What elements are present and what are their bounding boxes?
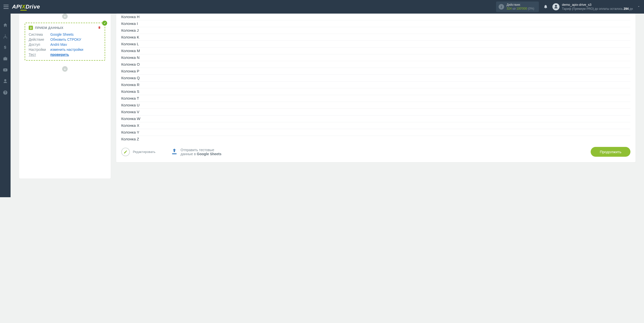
- access-label: Доступ: [29, 43, 50, 47]
- column-row[interactable]: Колонка P: [121, 68, 630, 75]
- delete-step-button[interactable]: [98, 26, 101, 30]
- column-row[interactable]: Колонка I: [121, 20, 630, 27]
- settings-label: Настройки: [29, 48, 50, 52]
- column-row[interactable]: Колонка Y: [121, 129, 630, 136]
- menu-toggle[interactable]: [4, 5, 9, 9]
- actions-of: из: [512, 7, 515, 10]
- logo-text-b: Drive: [25, 4, 40, 10]
- home-icon[interactable]: [3, 23, 8, 28]
- column-row[interactable]: Колонка H: [121, 14, 630, 20]
- step-card: ✓ 3 ПРИЕМ ДАННЫХ СистемаGoogle Sheets Де…: [25, 23, 105, 61]
- add-step-bottom-button[interactable]: +: [62, 66, 68, 72]
- briefcase-icon[interactable]: [3, 56, 8, 62]
- upload-icon: [171, 148, 178, 156]
- edit-label: Редактировать: [133, 150, 155, 154]
- left-panel: + ✓ 3 ПРИЕМ ДАННЫХ СистемаGoogle Sheets: [19, 14, 111, 179]
- send-test-target: Google Sheets: [197, 152, 221, 156]
- actions-counter[interactable]: i Действия: 324 из 100'000 (0%): [496, 2, 539, 12]
- settings-value[interactable]: изменить настройки: [50, 48, 83, 52]
- column-row[interactable]: Колонка L: [121, 41, 630, 48]
- bell-icon[interactable]: [543, 4, 548, 10]
- column-row[interactable]: Колонка K: [121, 34, 630, 41]
- info-icon: i: [499, 4, 504, 10]
- test-link[interactable]: проверить: [50, 53, 69, 57]
- action-value[interactable]: Обновить СТРОКУ: [50, 37, 81, 42]
- column-row[interactable]: Колонка Q: [121, 75, 630, 82]
- add-step-top-button[interactable]: +: [62, 14, 68, 19]
- top-header: APIXDrive i Действия: 324 из 100'000 (0%…: [0, 0, 644, 14]
- check-icon: ✓: [102, 21, 107, 26]
- connections-icon[interactable]: [3, 34, 8, 40]
- days-num: 294: [624, 7, 629, 11]
- test-label: Тест: [29, 53, 50, 57]
- dollar-icon[interactable]: [3, 45, 8, 51]
- send-test-line2a: данные в: [181, 152, 197, 156]
- tariff-prefix: Тариф |: [562, 7, 573, 11]
- days-suffix: дн: [629, 7, 633, 11]
- column-row[interactable]: Колонка S: [121, 88, 630, 95]
- column-row[interactable]: Колонка O: [121, 61, 630, 68]
- action-label: Действие: [29, 37, 50, 42]
- actions-title: Действия:: [507, 3, 534, 7]
- user-menu[interactable]: demo_apix-drive_s3 Тариф |Премиум PRO| д…: [552, 3, 640, 11]
- column-row[interactable]: Колонка M: [121, 48, 630, 54]
- sidebar: [0, 14, 11, 197]
- column-row[interactable]: Колонка Z: [121, 136, 630, 142]
- actions-pct: (0%): [528, 7, 534, 10]
- continue-button[interactable]: Продолжить: [591, 147, 630, 157]
- actions-used: 324: [507, 7, 512, 10]
- column-row[interactable]: Колонка T: [121, 95, 630, 102]
- column-row[interactable]: Колонка U: [121, 102, 630, 109]
- tariff-name: Премиум PRO: [573, 7, 593, 11]
- send-test-button[interactable]: Отправить тестовые данные в Google Sheet…: [171, 148, 222, 156]
- column-row[interactable]: Колонка R: [121, 82, 630, 88]
- column-list-panel: Колонка HКолонка IКолонка JКолонка KКоло…: [116, 14, 635, 162]
- system-label: Система: [29, 32, 50, 36]
- pencil-icon: [121, 148, 130, 156]
- profile-icon[interactable]: [3, 79, 8, 85]
- step-title: ПРИЕМ ДАННЫХ: [35, 26, 63, 30]
- chevron-down-icon: [637, 5, 640, 9]
- youtube-icon[interactable]: [3, 67, 8, 73]
- send-test-line1: Отправить тестовые: [181, 148, 222, 152]
- system-value[interactable]: Google Sheets: [50, 32, 74, 36]
- pay-prefix: | до оплаты осталось: [593, 7, 624, 11]
- actions-max: 100'000: [516, 7, 527, 10]
- column-row[interactable]: Колонка J: [121, 27, 630, 34]
- logo-text-x: X: [22, 4, 25, 10]
- user-name: demo_apix-drive_s3: [562, 3, 633, 7]
- edit-button[interactable]: Редактировать: [121, 148, 155, 156]
- logo-text-a: API: [12, 4, 22, 10]
- logo[interactable]: APIXDrive: [12, 4, 40, 10]
- column-row[interactable]: Колонка W: [121, 115, 630, 122]
- column-row[interactable]: Колонка N: [121, 54, 630, 61]
- step-number: 3: [29, 26, 33, 30]
- avatar-icon: [552, 3, 559, 10]
- column-row[interactable]: Колонка X: [121, 122, 630, 129]
- help-icon[interactable]: [3, 90, 8, 96]
- access-value[interactable]: Andrii Mav: [50, 43, 67, 47]
- column-row[interactable]: Колонка V: [121, 109, 630, 115]
